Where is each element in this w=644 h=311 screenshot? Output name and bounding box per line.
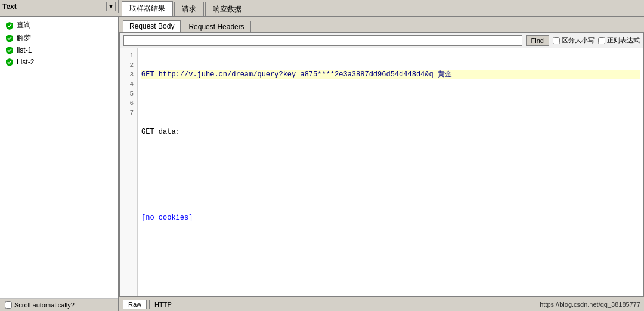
line-num-5: 5	[121, 89, 136, 98]
regex-label: 正则表达式	[607, 36, 640, 45]
code-line-4	[141, 156, 640, 165]
tree-item-list2[interactable]: List-2	[0, 56, 118, 68]
line-num-1: 1	[121, 51, 136, 60]
content-area: 查询 解梦	[0, 17, 644, 311]
bottom-tab-raw[interactable]: Raw	[123, 300, 147, 309]
tree-list: 查询 解梦	[0, 17, 118, 298]
code-line-6: [no cookies]	[141, 213, 640, 223]
tree-item-list2-label: List-2	[17, 58, 34, 66]
scroll-auto-label: Scroll automatically?	[14, 301, 75, 309]
tab-response-data[interactable]: 响应数据	[205, 2, 249, 16]
shield-icon-jiemeng	[5, 33, 14, 43]
code-line-7	[141, 242, 640, 251]
right-panel: Request Body Request Headers Find 区分大小写 …	[119, 17, 644, 311]
left-panel: 查询 解梦	[0, 17, 119, 311]
left-panel-header: Text ▼	[0, 0, 119, 13]
shield-icon-list2	[5, 57, 14, 67]
code-content[interactable]: GET http://v.juhe.cn/dream/query?key=a87…	[138, 48, 643, 296]
regex-checkbox[interactable]	[598, 37, 605, 44]
left-panel-title: Text	[2, 2, 17, 11]
tab-sampler-result[interactable]: 取样器结果	[122, 1, 173, 16]
shield-icon-list1	[5, 45, 14, 55]
tree-item-jiemeng[interactable]: 解梦	[0, 32, 118, 44]
bottom-tab-http[interactable]: HTTP	[149, 300, 177, 309]
find-button[interactable]: Find	[526, 35, 549, 46]
line-num-3: 3	[121, 70, 136, 79]
tree-item-query[interactable]: 查询	[0, 19, 118, 32]
sub-tab-bar: Request Body Request Headers	[119, 17, 644, 32]
code-area: 1 2 3 4 5 6 7 GET http://v.juhe.cn/dream…	[120, 48, 643, 296]
scroll-auto-checkbox[interactable]	[5, 301, 12, 309]
bottom-bar: Raw HTTP https://blog.csdn.net/qq_381857…	[119, 297, 644, 311]
line-num-4: 4	[121, 79, 136, 89]
line-num-7: 7	[121, 108, 136, 118]
code-line-5	[141, 184, 640, 194]
bottom-url: https://blog.csdn.net/qq_38185777	[540, 301, 640, 308]
code-line-3: GET data:	[141, 127, 640, 137]
tree-item-query-label: 查询	[17, 20, 31, 30]
left-panel-footer: Scroll automatically?	[0, 298, 118, 311]
dropdown-arrow[interactable]: ▼	[106, 2, 116, 11]
line-numbers: 1 2 3 4 5 6 7	[120, 48, 138, 296]
subtab-request-headers[interactable]: Request Headers	[182, 21, 250, 32]
no-cookies-text: [no cookies]	[141, 214, 193, 222]
top-tab-bar: 取样器结果 请求 响应数据	[119, 0, 644, 17]
code-line-2	[141, 98, 640, 108]
request-body-panel: Find 区分大小写 正则表达式 1 2 3	[119, 32, 644, 297]
find-bar: Find 区分大小写 正则表达式	[120, 33, 643, 48]
code-line-1: GET http://v.juhe.cn/dream/query?key=a87…	[141, 70, 640, 79]
tree-item-list1[interactable]: list-1	[0, 44, 118, 56]
url-text: GET http://v.juhe.cn/dream/query?key=a87…	[141, 70, 452, 79]
line-num-6: 6	[121, 98, 136, 108]
case-sensitive-label: 区分大小写	[562, 36, 595, 45]
tree-item-list1-label: list-1	[17, 46, 32, 54]
case-sensitive-group: 区分大小写	[553, 36, 595, 45]
line-num-2: 2	[121, 60, 136, 70]
tree-item-jiemeng-label: 解梦	[17, 33, 31, 43]
shield-icon-query	[5, 21, 14, 30]
subtab-request-body[interactable]: Request Body	[123, 20, 181, 32]
tab-request[interactable]: 请求	[174, 2, 204, 16]
find-input[interactable]	[123, 35, 522, 46]
case-sensitive-checkbox[interactable]	[553, 37, 560, 44]
regex-group: 正则表达式	[598, 36, 640, 45]
main-container: Text ▼ 取样器结果 请求 响应数据 查询	[0, 0, 644, 311]
